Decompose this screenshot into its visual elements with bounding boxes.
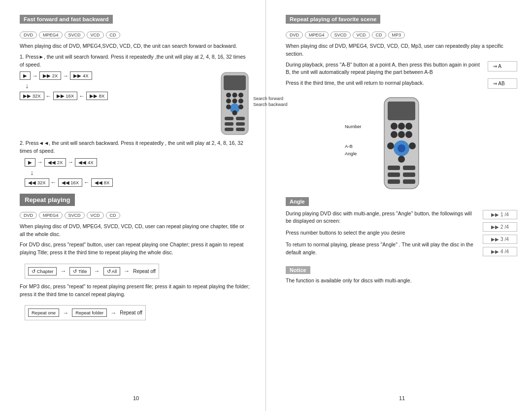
svg-rect-31 <box>388 166 400 170</box>
svg-rect-14 <box>225 122 233 126</box>
rew16x-box: ◀◀ 16X <box>58 178 83 187</box>
rew2x-box: ◀◀ 2X <box>44 158 66 167</box>
svg-point-29 <box>409 142 416 149</box>
svg-rect-12 <box>225 117 233 120</box>
label-a-box: ⇒ A <box>488 61 517 71</box>
angle-section: Angle During playing DVD disc with multi… <box>286 197 517 260</box>
repeat-text2: For DVD disc, press "repeat" button, use… <box>20 241 251 257</box>
ff-forward-text: 1. Press►, the unit will search forward.… <box>20 53 251 69</box>
search-backward-label: Search backward <box>253 102 288 107</box>
number-label: Number <box>345 124 362 129</box>
svg-point-23 <box>391 131 398 138</box>
svg-point-27 <box>398 144 405 152</box>
disc-types-ff: DVD MPEG4 SVCD VCD CD <box>20 32 251 38</box>
remote-svg-ff <box>219 71 251 136</box>
disc-svcd: SVCD <box>65 32 85 38</box>
angle-display-2: ▶▶ 2 /4 <box>483 222 517 232</box>
angle-text1: During playing DVD disc with multi-angle… <box>286 210 475 226</box>
fav-text1: When playing disc of DVD, MPEG4, SVCD, V… <box>286 42 517 58</box>
svg-rect-32 <box>403 166 415 170</box>
search-forward-label: Search forward <box>253 96 283 101</box>
fast-forward-section: Fast forward and fast backward DVD MPEG4… <box>20 15 251 187</box>
svg-point-6 <box>233 99 237 103</box>
svg-point-10 <box>238 104 243 109</box>
svg-point-5 <box>226 99 231 103</box>
svg-point-7 <box>238 99 243 103</box>
svg-point-22 <box>405 123 412 130</box>
svg-point-25 <box>405 131 412 138</box>
ff16x-box: ▶▶ 16X <box>53 92 78 100</box>
svg-point-2 <box>226 93 231 98</box>
ff32x-box: ▶▶ 32X <box>20 92 44 100</box>
svg-rect-34 <box>403 172 415 177</box>
left-page: Fast forward and fast backward DVD MPEG4… <box>0 0 266 411</box>
disc-types-fav: DVD MPEG4 SVCD VCD CD MP3 <box>286 32 517 38</box>
notice-title: Notice <box>286 266 310 274</box>
fast-forward-title: Fast forward and fast backward <box>20 15 113 24</box>
play-box: ▶ <box>20 71 31 80</box>
repeat-dvd-flow: ↺ Chapter → ↺ Title → ↺ All → Repeat off <box>25 264 159 279</box>
angle-text3: To return to normal playing, please pres… <box>286 241 475 257</box>
ff-backward-text: 2. Press◄◄, the unit will search backwar… <box>20 139 251 155</box>
angle-display-4: ▶▶ 4 /4 <box>483 247 517 256</box>
right-page: Repeat playing of favorite scene DVD MPE… <box>266 0 532 411</box>
repeat-text3: For MP3 disc, press "repeat" to repeat p… <box>20 283 251 299</box>
svg-point-28 <box>387 142 394 149</box>
ff4x-box: ▶▶ 4X <box>70 71 92 80</box>
notice-section: Notice The function is available only fo… <box>286 266 517 285</box>
angle-text2: Press number buttons to select the angle… <box>286 229 475 237</box>
disc-mpeg4: MPEG4 <box>39 32 63 38</box>
svg-point-4 <box>238 93 243 98</box>
svg-point-30 <box>398 156 405 163</box>
svg-rect-35 <box>388 179 400 184</box>
angle-label: Angle <box>345 151 357 156</box>
ff2x-box: ▶▶ 2X <box>39 71 61 80</box>
svg-rect-36 <box>403 179 415 184</box>
disc-vcd: VCD <box>87 32 104 38</box>
svg-point-21 <box>398 123 405 130</box>
rew4x-box: ◀◀ 4X <box>75 158 97 167</box>
page-number-left: 10 <box>133 395 139 401</box>
svg-point-24 <box>398 131 405 138</box>
forward-diagram: ▶ → ▶▶ 2X → ▶▶ 4X ↓ ▶▶ 32X ← ▶▶ 16X <box>20 71 251 137</box>
rew8x-box: ◀◀ 8X <box>91 178 113 187</box>
svg-point-20 <box>391 123 398 130</box>
notice-text1: The function is available only for discs… <box>286 277 517 285</box>
disc-types-repeat: DVD MPEG4 SVCD VCD CD <box>20 212 251 219</box>
ab-label: A-B <box>345 143 353 149</box>
svg-rect-17 <box>236 128 245 131</box>
ff-intro-text: When playing disc of DVD, MPEG4,SVCD, VC… <box>20 42 251 50</box>
page-number-right: 11 <box>399 395 405 401</box>
svg-point-3 <box>233 93 237 98</box>
angle-display-3: ▶▶ 3 /4 <box>483 235 517 244</box>
svg-point-9 <box>226 104 231 109</box>
ff8x-box: ▶▶ 8X <box>86 92 108 100</box>
backward-diagram: ▶ → ◀◀ 2X → ◀◀ 4X ↓ ◀◀ 32X ← ◀◀ 16X ← ◀◀… <box>25 158 251 187</box>
svg-rect-16 <box>225 128 233 131</box>
svg-rect-15 <box>236 122 245 126</box>
remote-svg-right <box>377 97 426 190</box>
fav-text3: Press it the third time, the unit will r… <box>286 79 480 87</box>
favorite-scene-title: Repeat playing of favorite scene <box>286 15 380 24</box>
favorite-scene-section: Repeat playing of favorite scene DVD MPE… <box>286 15 517 190</box>
label-ab-box: ⇒ AB <box>488 78 517 89</box>
angle-display-1: ▶▶ 1 /4 <box>483 210 517 219</box>
rew32x-box: ◀◀ 32X <box>25 178 49 187</box>
fav-text2: During playback, press "A-B" button at a… <box>286 61 480 77</box>
repeat-playing-section: Repeat playing DVD MPEG4 SVCD VCD CD Whe… <box>20 194 251 325</box>
disc-dvd: DVD <box>20 32 37 38</box>
svg-rect-19 <box>388 102 415 120</box>
svg-rect-1 <box>224 75 246 90</box>
play-box2: ▶ <box>25 158 35 167</box>
repeat-playing-title: Repeat playing <box>20 194 75 206</box>
disc-cd: CD <box>106 32 120 38</box>
svg-rect-33 <box>388 172 400 177</box>
angle-title: Angle <box>286 197 309 206</box>
svg-rect-13 <box>236 117 245 120</box>
repeat-text1: When playing disc of DVD, MPEG4, SVCD, V… <box>20 223 251 239</box>
svg-point-11 <box>233 110 237 115</box>
repeat-mp3-flow: Repeat one → Repeat folder → Repeat off <box>25 305 146 320</box>
